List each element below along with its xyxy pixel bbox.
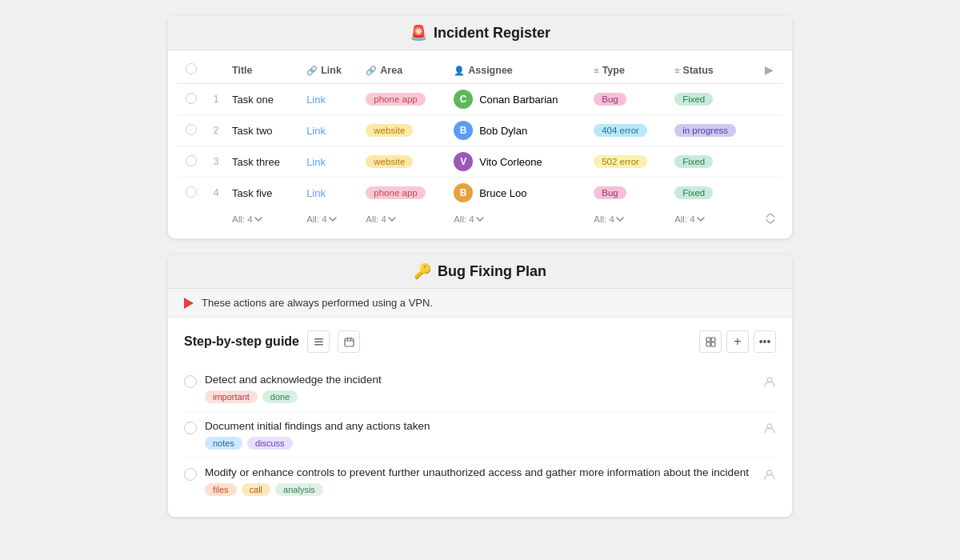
task-type: 404 error — [586, 115, 666, 146]
row-expand — [757, 146, 782, 178]
task-link[interactable]: Link — [298, 115, 358, 146]
svg-rect-9 — [706, 342, 710, 346]
task-type: Bug — [586, 178, 666, 209]
col-type-header: ≡Type — [586, 57, 666, 84]
item-tag: analysis — [275, 483, 323, 496]
col-expand-header: ▶ — [757, 57, 782, 84]
task-status: Fixed — [666, 178, 757, 209]
assign-icon[interactable] — [763, 422, 776, 438]
vpn-triangle-icon — [184, 298, 194, 309]
task-link[interactable]: Link — [298, 178, 358, 209]
filter-title[interactable]: All: 4 — [232, 214, 290, 224]
col-rownum — [205, 57, 224, 84]
assignee-avatar: V — [454, 152, 473, 171]
row-checkbox[interactable] — [178, 84, 205, 115]
grid-view-button[interactable] — [699, 330, 722, 353]
row-checkbox[interactable] — [178, 146, 205, 178]
task-assignee: V Vito Corleone — [446, 146, 586, 178]
assignee-avatar: C — [454, 90, 473, 109]
svg-rect-7 — [706, 338, 710, 342]
bug-section-inner: 🔑 Bug Fixing Plan These actions are alwa… — [168, 254, 792, 517]
task-title: Task three — [224, 146, 298, 178]
guide-header-right: + ••• — [699, 330, 776, 353]
svg-rect-10 — [711, 342, 715, 346]
table-row: 2 Task two Link website B Bob Dylan 404 … — [178, 115, 782, 146]
row-number: 3 — [205, 146, 224, 178]
checklist-item: Detect and acknowledge the incident impo… — [184, 366, 776, 412]
task-area: website — [358, 146, 446, 178]
filter-type[interactable]: All: 4 — [594, 214, 658, 224]
vpn-notice: These actions are always performed using… — [168, 289, 792, 318]
item-tag: notes — [205, 437, 242, 450]
bug-fixing-header: 🔑 Bug Fixing Plan — [168, 254, 792, 289]
task-assignee: B Bob Dylan — [446, 115, 586, 146]
task-status: Fixed — [666, 146, 757, 178]
row-number: 2 — [205, 115, 224, 146]
task-title: Task five — [224, 178, 298, 209]
filter-assignee[interactable]: All: 4 — [454, 214, 578, 224]
incident-title: Incident Register — [434, 25, 550, 42]
checklist-container: Detect and acknowledge the incident impo… — [184, 366, 776, 504]
col-assignee-header: 👤Assignee — [446, 57, 586, 84]
incident-table: Title 🔗Link 🔗Area 👤Assignee ≡Type ≡Sta — [178, 57, 782, 229]
item-tag: important — [205, 390, 258, 403]
row-number: 1 — [205, 84, 224, 115]
col-status-header: ≡Status — [666, 57, 757, 84]
col-area-header: 🔗Area — [358, 57, 446, 84]
task-title: Task two — [224, 115, 298, 146]
checklist-checkbox[interactable] — [184, 375, 197, 388]
filter-status[interactable]: All: 4 — [674, 214, 749, 224]
list-view-button[interactable] — [307, 330, 330, 353]
guide-header: Step-by-step guide + ••• — [184, 330, 776, 353]
task-type: Bug — [586, 84, 666, 115]
task-link[interactable]: Link — [298, 146, 358, 178]
svg-rect-1 — [314, 341, 323, 342]
bug-title: Bug Fixing Plan — [438, 263, 546, 280]
bug-icon: 🔑 — [414, 262, 431, 280]
assignee-name: Conan Barbarian — [479, 94, 558, 106]
task-link[interactable]: Link — [298, 84, 358, 115]
expand-icon[interactable] — [757, 208, 782, 229]
svg-rect-3 — [345, 338, 354, 346]
item-content: Modify or enhance controls to prevent fu… — [205, 466, 755, 496]
item-tags: importantdone — [205, 390, 755, 403]
task-assignee: C Conan Barbarian — [446, 84, 586, 115]
task-area: phone app — [358, 84, 446, 115]
incident-register-section: 🚨 Incident Register Title 🔗Link 🔗Area — [168, 16, 792, 238]
task-area: website — [358, 115, 446, 146]
calendar-view-button[interactable] — [338, 330, 360, 353]
checklist-checkbox[interactable] — [184, 422, 197, 434]
svg-rect-8 — [711, 338, 715, 342]
item-tag: call — [242, 483, 271, 496]
assign-icon[interactable] — [763, 468, 776, 484]
checklist-item: Document initial findings and any action… — [184, 412, 776, 458]
task-area: phone app — [358, 178, 446, 209]
item-text: Detect and acknowledge the incident — [205, 374, 755, 386]
svg-rect-0 — [314, 338, 323, 340]
row-expand — [757, 178, 782, 209]
more-options-button[interactable]: ••• — [754, 330, 776, 353]
vpn-text: These actions are always performed using… — [202, 297, 433, 309]
task-type: 502 error — [586, 146, 666, 178]
row-checkbox[interactable] — [178, 178, 205, 209]
guide-title-area: Step-by-step guide — [184, 330, 360, 353]
item-tags: notesdiscuss — [205, 437, 755, 450]
task-status: in progress — [666, 115, 757, 146]
row-checkbox[interactable] — [178, 115, 205, 146]
assignee-avatar: B — [454, 183, 473, 202]
assignee-name: Bruce Loo — [479, 187, 526, 199]
add-item-button[interactable]: + — [726, 330, 749, 353]
table-row: 1 Task one Link phone app C Conan Barbar… — [178, 84, 782, 115]
task-title: Task one — [224, 84, 298, 115]
bug-fixing-plan-section: 🔑 Bug Fixing Plan These actions are alwa… — [168, 254, 792, 517]
checklist-item: Modify or enhance controls to prevent fu… — [184, 458, 776, 504]
item-tag: done — [262, 390, 298, 403]
guide-title: Step-by-step guide — [184, 334, 299, 349]
assign-icon[interactable] — [763, 375, 776, 391]
filter-link[interactable]: All: 4 — [306, 214, 350, 224]
row-number: 4 — [205, 178, 224, 209]
filter-area[interactable]: All: 4 — [366, 214, 438, 224]
item-tags: filescallanalysis — [205, 483, 755, 496]
checklist-checkbox[interactable] — [184, 468, 197, 481]
incident-icon: 🚨 — [410, 24, 427, 42]
